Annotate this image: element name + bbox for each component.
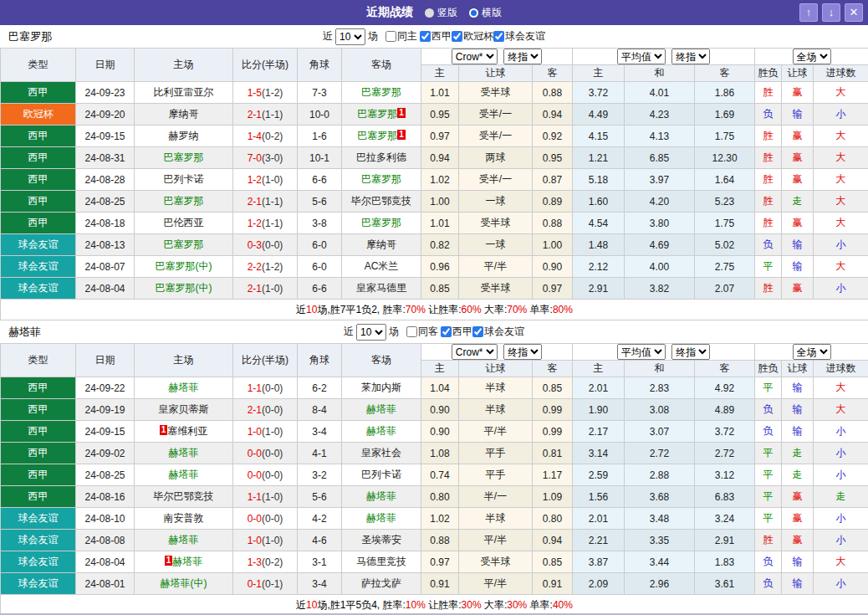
final-odds-select[interactable]: 终指 — [503, 49, 542, 64]
match-date: 24-08-16 — [76, 486, 135, 508]
summary-text: 让胜率: — [426, 304, 462, 315]
odds-value: 2.75 — [695, 256, 755, 278]
league-checkbox[interactable]: 西甲 — [441, 325, 472, 339]
away-team-cell: 巴塞罗那 — [342, 82, 421, 104]
result-goals: 小 — [814, 234, 868, 256]
average-select[interactable]: 平均值 — [617, 344, 666, 360]
match-date: 24-09-15 — [76, 126, 135, 147]
league-checkbox-input[interactable] — [420, 31, 431, 42]
bookmaker-select[interactable]: Crow* — [452, 344, 498, 360]
result-outcome: 负 — [755, 399, 782, 421]
final-odds-select-2[interactable]: 终指 — [671, 344, 710, 360]
odds-value: 两球 — [459, 147, 533, 169]
league-checkbox-input[interactable] — [452, 31, 462, 42]
move-down-button[interactable]: ↓ — [822, 3, 840, 22]
match-score: 1-2(1-1) — [233, 213, 298, 234]
league-checkbox[interactable]: 球会友谊 — [472, 325, 524, 339]
odds-value: 3.24 — [695, 508, 755, 530]
result-outcome: 平 — [755, 256, 782, 278]
match-score: 1-2(1-0) — [233, 169, 298, 191]
away-team-cell: 马德里竞技 — [342, 551, 421, 573]
league-checkbox[interactable]: 球会友谊 — [493, 29, 545, 44]
bookmaker-select[interactable]: Crow* — [452, 49, 498, 64]
match-date: 24-09-23 — [76, 82, 135, 104]
corner-score: 4-2 — [298, 508, 342, 530]
match-date: 24-08-01 — [76, 573, 135, 595]
odds-value: 4.54 — [573, 213, 625, 234]
odds-value: 5.18 — [573, 169, 625, 191]
average-select[interactable]: 平均值 — [617, 49, 666, 64]
corner-score: 6-0 — [298, 234, 342, 256]
league-label: 西甲 — [452, 325, 472, 339]
horizontal-layout-label: 横版 — [482, 6, 502, 20]
col-handicap: 让球 — [459, 361, 533, 377]
red-card-badge: 1 — [160, 425, 168, 435]
layout-radio-group: 竖版 横版 — [425, 6, 502, 20]
league-checkbox-input[interactable] — [493, 31, 504, 42]
same-venue-checkbox-input[interactable] — [406, 326, 417, 337]
odds-value: 1.60 — [573, 191, 625, 213]
league-label: 欧冠杯 — [463, 29, 493, 44]
match-count-select[interactable]: 10 — [356, 324, 386, 341]
odds-value: 一球 — [459, 234, 533, 256]
league-filters: 西甲球会友谊 — [441, 325, 524, 340]
home-team-cell: 赫塔菲(中) — [135, 573, 233, 595]
match-type-badge: 西甲 — [1, 377, 76, 399]
odds-value: 3.14 — [573, 443, 625, 464]
result-handicap: 赢 — [782, 126, 814, 147]
same-venue-checkbox[interactable]: 同客 — [406, 325, 438, 339]
final-odds-select-2[interactable]: 终指 — [671, 49, 710, 64]
games-label: 场 — [389, 325, 399, 339]
odds-value: 平/半 — [459, 573, 533, 595]
match-type-badge: 球会友谊 — [1, 530, 76, 551]
vertical-layout-radio[interactable]: 竖版 — [425, 6, 457, 20]
match-score: 1-5(1-2) — [233, 82, 298, 104]
league-checkbox-input[interactable] — [441, 326, 452, 337]
odds-value: 0.85 — [533, 551, 573, 573]
match-score: 2-1(1-1) — [233, 191, 298, 213]
odds-value: 5.23 — [695, 191, 755, 213]
title-bar: 近期战绩 竖版 横版 ↑ ↓ ✕ — [0, 0, 868, 25]
odds-value: 半球 — [459, 508, 533, 530]
summary-row: 近10场,胜1平5负4, 胜率:10% 让胜率:30% 大率:30% 单率:40… — [1, 595, 868, 615]
match-row: 球会友谊24-08-13巴塞罗那0-3(0-0)6-0摩纳哥0.82一球1.00… — [1, 234, 868, 256]
match-type-badge: 西甲 — [1, 399, 76, 421]
match-count-select[interactable]: 10 — [335, 28, 365, 45]
odds-value: 0.90 — [421, 399, 459, 421]
odds-value: 3.82 — [625, 278, 695, 300]
col-type: 类型 — [1, 344, 76, 377]
near-label: 近 — [344, 325, 354, 339]
result-goals: 小 — [814, 508, 868, 530]
fulltime-select[interactable]: 全场 — [793, 49, 831, 64]
odds-value: 1.48 — [573, 234, 625, 256]
away-team-cell: 巴列卡诺 — [342, 464, 421, 486]
league-checkbox-input[interactable] — [472, 326, 483, 337]
match-row: 西甲24-08-16毕尔巴鄂竞技1-1(1-0)5-6赫塔菲0.80半/一1.0… — [1, 486, 868, 508]
match-row: 西甲24-09-22赫塔菲1-1(0-0)6-2莱加内斯1.04半球0.852.… — [1, 377, 868, 399]
odds-value: 4.01 — [625, 82, 695, 104]
league-checkbox[interactable]: 欧冠杯 — [452, 29, 493, 44]
team-name: 赫塔菲 — [8, 325, 41, 340]
home-team-cell: 南安普敦 — [135, 508, 233, 530]
odds-value: 1.04 — [421, 377, 459, 399]
move-up-button[interactable]: ↑ — [799, 3, 818, 22]
odds-value: 0.99 — [533, 399, 573, 421]
same-venue-checkbox[interactable]: 同主 — [385, 29, 417, 44]
summary-text: 大率: — [482, 304, 508, 315]
odds-value: 1.90 — [573, 399, 625, 421]
fulltime-select[interactable]: 全场 — [793, 344, 831, 360]
same-venue-checkbox-input[interactable] — [385, 31, 396, 42]
away-team-cell: 巴拉多利德 — [342, 147, 421, 169]
odds-value: 半/一 — [459, 486, 533, 508]
away-team-cell: 莱加内斯 — [342, 377, 421, 399]
result-outcome: 负 — [755, 551, 782, 573]
away-team-cell: 萨拉戈萨 — [342, 573, 421, 595]
odds-value: 3.80 — [625, 213, 695, 234]
result-outcome: 胜 — [755, 213, 782, 234]
final-odds-select[interactable]: 终指 — [503, 344, 542, 360]
match-date: 24-09-15 — [76, 421, 135, 443]
home-team-cell: 毕尔巴鄂竞技 — [135, 486, 233, 508]
close-button[interactable]: ✕ — [845, 3, 863, 22]
league-checkbox[interactable]: 西甲 — [420, 29, 452, 44]
horizontal-layout-radio[interactable]: 横版 — [469, 6, 502, 20]
